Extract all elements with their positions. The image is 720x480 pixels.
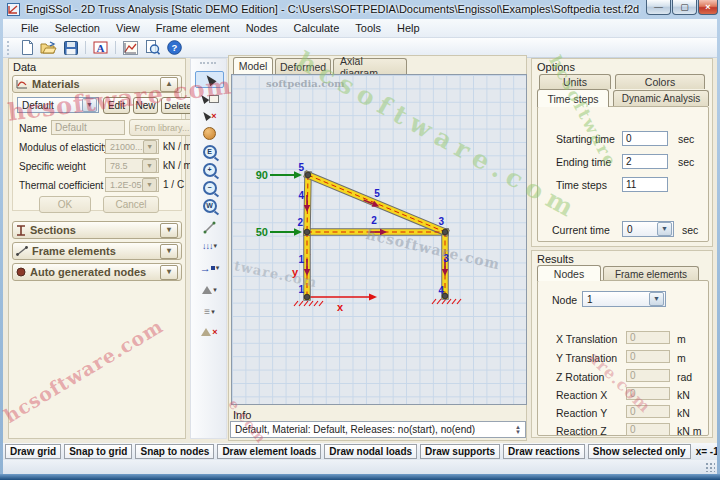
zoom-in-icon[interactable]: + [195,161,224,178]
sections-section-header[interactable]: Sections ▾ [12,221,182,239]
element-load-icon[interactable]: ↓↓↓▾ [195,237,224,254]
save-icon[interactable] [61,39,80,56]
menu-calculate[interactable]: Calculate [285,20,347,36]
menu-help[interactable]: Help [389,20,428,36]
modulus-select[interactable]: 21000... ▼ [105,139,159,154]
zoom-out-icon[interactable]: − [195,179,224,196]
minimize-button[interactable]: — [646,0,671,15]
svg-text:5: 5 [298,162,304,173]
spring-glyph: ≡ [204,306,210,317]
expand-chevron-icon[interactable]: ▾ [160,244,178,259]
auto-generated-nodes-section-header[interactable]: Auto generated nodes ▾ [12,263,182,281]
tab-time-steps[interactable]: Time steps [537,89,609,107]
tab-frame-elements[interactable]: Frame elements [603,266,699,281]
show-selected-only-toggle[interactable]: Show selected only [588,444,691,459]
menu-frame-element[interactable]: Frame element [148,20,238,36]
tab-nodes[interactable]: Nodes [537,265,601,281]
cursor-glyph [203,73,216,87]
tab-units[interactable]: Units [539,74,611,89]
new-file-icon[interactable] [17,39,36,56]
support-icon[interactable]: ▾ [195,281,224,298]
expand-chevron-icon[interactable]: ▾ [160,265,178,280]
pan-icon[interactable] [195,125,224,142]
material-select[interactable]: Default ▼ [17,97,99,113]
edit-material-button[interactable]: Edit [103,97,130,114]
from-library-button[interactable]: From library... [129,119,195,136]
menu-tools[interactable]: Tools [347,20,389,36]
draw-nodal-loads-toggle[interactable]: Draw nodal loads [324,444,417,459]
deselect-icon[interactable]: × [195,107,224,124]
tab-dynamic-analysis[interactable]: Dynamic Analysis [613,90,709,106]
spinner-down-icon[interactable]: ▼ [515,430,521,435]
current-time-select[interactable]: 0 ▼ [622,221,674,237]
name-field[interactable]: Default [51,120,125,135]
snap-to-grid-toggle[interactable]: Snap to grid [64,444,132,459]
close-button[interactable]: × [698,0,718,15]
menu-view[interactable]: View [108,20,148,36]
maximize-button[interactable]: ▢ [672,0,697,15]
cancel-button[interactable]: Cancel [103,196,159,213]
ending-time-unit: sec [678,156,694,168]
ok-button[interactable]: OK [39,196,91,213]
chevron-down-icon: ▼ [142,178,157,192]
open-file-icon[interactable] [39,39,58,56]
current-time-unit: sec [682,224,698,236]
starting-time-input[interactable]: 0 [622,131,668,146]
materials-section-header[interactable]: Materials ▴ [12,75,182,93]
x-glyph: × [212,327,217,337]
svg-text:x: x [337,301,344,313]
magnifier-glyph: W [203,199,217,213]
snap-to-nodes-toggle[interactable]: Snap to nodes [135,444,214,459]
new-material-button[interactable]: New [133,97,158,114]
select-pointer-icon[interactable] [195,71,224,88]
zoom-extents-icon[interactable]: E [195,143,224,160]
ending-time-input[interactable]: 2 [622,154,668,169]
info-box: Default, Material: Default, Releases: no… [230,421,526,438]
results-title: Results [537,253,574,265]
menu-nodes[interactable]: Nodes [238,20,286,36]
tab-colors[interactable]: Colors [615,74,705,89]
application-window: EngiSSol - 2D Truss Analysis [Static DEM… [0,0,720,480]
menu-selection[interactable]: Selection [47,20,108,36]
time-steps-input[interactable]: 11 [622,177,668,192]
delete-support-icon[interactable]: × [195,323,224,340]
nodal-load-icon[interactable]: →▾ [195,259,224,276]
status-bar-secondary [3,460,717,474]
spring-support-icon[interactable]: ≡▾ [195,303,224,320]
specific-weight-select[interactable]: 78.5 ▼ [105,158,159,173]
draw-grid-toggle[interactable]: Draw grid [5,444,61,459]
arrow-right-glyph: → [200,262,210,274]
svg-text:5: 5 [374,188,380,199]
zoom-window-icon[interactable]: W [195,197,224,214]
x-translation-label: X Translation [556,333,617,345]
expand-chevron-icon[interactable]: ▾ [160,223,178,238]
node-select[interactable]: 1 ▼ [582,291,666,307]
thermal-coefficient-select[interactable]: 1.2E-05 ▼ [105,177,159,192]
title-bar[interactable]: EngiSSol - 2D Truss Analysis [Static DEM… [0,0,720,19]
chart-icon[interactable] [121,39,140,56]
tab-deformed[interactable]: Deformed [275,58,331,75]
draw-reactions-toggle[interactable]: Draw reactions [503,444,585,459]
font-icon[interactable]: A [91,39,110,56]
help-icon[interactable]: ? [165,39,184,56]
resize-grip[interactable] [705,462,715,472]
frame-elements-section-label: Frame elements [32,245,116,257]
window-bottom-edge [0,474,720,480]
model-canvas[interactable]: xy90501234512345 [231,74,527,405]
ending-time-label: Ending time [556,156,611,168]
draw-supports-toggle[interactable]: Draw supports [420,444,500,459]
info-spinner[interactable]: ▲▼ [515,425,521,435]
menu-file[interactable]: File [13,20,47,36]
chevron-down-icon: ▼ [143,140,157,154]
select-window-icon[interactable] [195,90,224,107]
tab-axial-diagram[interactable]: Axial diagram [333,58,407,75]
draw-element-loads-toggle[interactable]: Draw element loads [217,444,321,459]
tab-model[interactable]: Model [233,57,273,74]
app-icon [7,3,20,16]
collapse-chevron-icon[interactable]: ▴ [160,77,178,92]
draw-element-icon[interactable] [195,219,224,236]
y-translation-value: 0 [626,350,670,363]
thermal-coefficient-units: 1 / C [163,179,184,190]
frame-elements-section-header[interactable]: Frame elements ▾ [12,242,182,260]
print-preview-icon[interactable] [143,39,162,56]
